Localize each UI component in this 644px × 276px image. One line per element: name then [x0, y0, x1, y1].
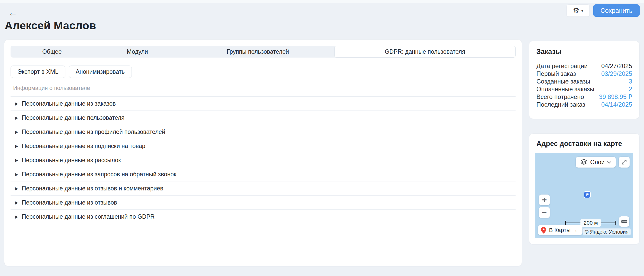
tab-addons[interactable]: Модули	[93, 46, 181, 58]
expander-triangle-icon: ▶	[15, 200, 18, 205]
gdpr-row-label: Персональные данные из профилей пользова…	[22, 128, 165, 135]
stat-registration-date: Дата регистрации 04/27/2025	[536, 62, 632, 70]
ruler-icon	[621, 218, 628, 225]
stat-label: Созданные заказы	[536, 78, 590, 85]
yandex-map[interactable]: Слои	[535, 153, 633, 238]
tab-user-groups[interactable]: Группы пользователей	[181, 46, 334, 58]
map-fullscreen-button[interactable]	[619, 157, 630, 168]
map-scale-label: 200 м	[580, 219, 601, 227]
gdpr-row-gdpr-agreements-data[interactable]: ▶ Персональные данные из соглашений по G…	[11, 209, 516, 224]
gdpr-row-orders-data[interactable]: ▶ Персональные данные из заказов	[11, 96, 516, 111]
scale-line	[601, 223, 615, 223]
expander-triangle-icon: ▶	[15, 130, 18, 134]
stat-value-link[interactable]: 2	[629, 85, 632, 93]
stat-first-order: Первый заказ 03/29/2025	[536, 70, 632, 78]
stat-placed-orders: Созданные заказы 3	[536, 78, 632, 85]
gdpr-row-label: Персональные данные из запросов на обрат…	[22, 171, 176, 178]
transit-stop-icon[interactable]	[584, 192, 590, 198]
stat-label: Оплаченные заказы	[536, 85, 594, 93]
gdpr-row-reviews-comments-data[interactable]: ▶ Персональные данные из отзывов и комме…	[11, 181, 516, 195]
user-info-section-label: Информация о пользователе	[13, 85, 516, 91]
map-zoom-in-button[interactable]: +	[539, 195, 550, 205]
page-title: Алексей Маслов	[5, 19, 96, 32]
layers-icon	[580, 158, 588, 166]
user-detail-card: Общее Модули Группы пользователей GDPR: …	[4, 39, 522, 266]
map-zoom-out-button[interactable]: −	[539, 207, 550, 218]
tab-user-groups-label: Группы пользователей	[227, 48, 289, 55]
gdpr-row-call-requests-data[interactable]: ▶ Персональные данные из запросов на обр…	[11, 167, 516, 181]
stat-label: Последний заказ	[536, 101, 585, 108]
map-layers-button[interactable]: Слои	[576, 157, 616, 168]
expander-triangle-icon: ▶	[15, 158, 18, 162]
tab-addons-label: Модули	[127, 48, 148, 55]
stat-value-link[interactable]: 39 898.95 ₽	[599, 93, 632, 101]
gdpr-row-product-subscription-data[interactable]: ▶ Персональные данные из подписки на тов…	[11, 139, 516, 153]
orders-stats: Дата регистрации 04/27/2025 Первый заказ…	[536, 62, 632, 108]
stat-value-link[interactable]: 3	[629, 78, 632, 85]
page-header: ← ⚙ ▾ Сохранить Алексей Маслов	[0, 3, 644, 32]
tab-gdpr-user-data-label: GDPR: данные пользователя	[385, 48, 465, 55]
stat-value-link[interactable]: 03/29/2025	[601, 70, 632, 78]
gdpr-data-list: ▶ Персональные данные из заказов ▶ Персо…	[11, 96, 516, 224]
top-strip	[0, 0, 644, 3]
minus-icon: −	[542, 208, 547, 216]
tab-gdpr-user-data[interactable]: GDPR: данные пользователя	[334, 46, 516, 58]
gdpr-row-label: Персональные данные из подписки на товар	[22, 143, 145, 150]
gdpr-row-user-data[interactable]: ▶ Персональные данные пользователя	[11, 111, 516, 125]
content-area: Общее Модули Группы пользователей GDPR: …	[0, 39, 644, 266]
map-panel-title: Адрес доставки на карте	[536, 140, 633, 148]
scale-line	[566, 223, 581, 223]
header-actions: ⚙ ▾ Сохранить	[567, 4, 640, 17]
stat-paid-orders: Оплаченные заказы 2	[536, 85, 632, 93]
back-button[interactable]: ←	[7, 6, 19, 19]
gdpr-row-label: Персональные данные из отзывов	[22, 199, 117, 206]
save-button[interactable]: Сохранить	[593, 4, 640, 17]
open-in-yandex-maps-button[interactable]: В Карты →	[538, 225, 582, 235]
map-layers-label: Слои	[590, 159, 605, 166]
sidebar: Заказы Дата регистрации 04/27/2025 Первы…	[529, 41, 640, 266]
expander-triangle-icon: ▶	[15, 172, 18, 177]
back-arrow-icon: ←	[8, 7, 18, 18]
stat-label: Первый заказ	[536, 70, 576, 78]
stat-total-spent: Всего потрачено 39 898.95 ₽	[536, 93, 632, 101]
gdpr-row-profiles-data[interactable]: ▶ Персональные данные из профилей пользо…	[11, 125, 516, 139]
scale-tick-right	[615, 221, 616, 225]
anonymize-button[interactable]: Анонимизировать	[69, 66, 132, 78]
stat-label: Дата регистрации	[536, 62, 588, 70]
chevron-down-icon: ▾	[581, 8, 584, 13]
gear-icon: ⚙	[573, 7, 579, 14]
terms-link[interactable]: Условия	[609, 229, 629, 235]
chevron-down-icon	[607, 161, 612, 164]
stat-label: Всего потрачено	[536, 93, 584, 101]
tab-general[interactable]: Общее	[11, 46, 93, 58]
tab-bar: Общее Модули Группы пользователей GDPR: …	[11, 46, 516, 58]
shipping-address-map-panel: Адрес доставки на карте Слои	[529, 133, 640, 244]
transit-stop-glyph	[586, 193, 589, 196]
expander-triangle-icon: ▶	[15, 101, 18, 106]
orders-panel-title: Заказы	[536, 48, 632, 56]
expander-triangle-icon: ▶	[15, 115, 18, 120]
orders-panel: Заказы Дата регистрации 04/27/2025 Первы…	[529, 41, 640, 119]
map-ruler-button[interactable]	[619, 216, 629, 227]
gdpr-row-label: Персональные данные из рассылок	[22, 157, 121, 164]
expander-triangle-icon: ▶	[15, 214, 18, 219]
expander-triangle-icon: ▶	[15, 186, 18, 191]
open-in-yandex-maps-label: В Карты →	[549, 227, 578, 234]
settings-dropdown-button[interactable]: ⚙ ▾	[567, 4, 590, 17]
map-copyright: © Яндекс Условия	[583, 228, 631, 235]
copyright-text: © Яндекс	[585, 229, 607, 235]
stat-value-link[interactable]: 04/14/2025	[601, 101, 632, 108]
gdpr-row-label: Персональные данные из отзывов и коммент…	[22, 185, 163, 192]
export-xml-button[interactable]: Экспорт в XML	[11, 66, 65, 78]
gdpr-row-newsletters-data[interactable]: ▶ Персональные данные из рассылок	[11, 153, 516, 167]
expand-arrows-icon	[621, 159, 627, 165]
map-pin-icon	[541, 227, 547, 234]
tab-general-label: Общее	[42, 48, 62, 55]
gdpr-row-label: Персональные данные пользователя	[22, 114, 125, 121]
gdpr-row-label: Персональные данные из соглашений по GDP…	[22, 213, 155, 220]
gdpr-actions-row: Экспорт в XML Анонимизировать	[11, 66, 516, 78]
stat-last-order: Последний заказ 04/14/2025	[536, 101, 632, 108]
gdpr-row-reviews-data[interactable]: ▶ Персональные данные из отзывов	[11, 195, 516, 209]
stat-value: 04/27/2025	[601, 62, 632, 70]
gdpr-row-label: Персональные данные из заказов	[22, 100, 116, 107]
